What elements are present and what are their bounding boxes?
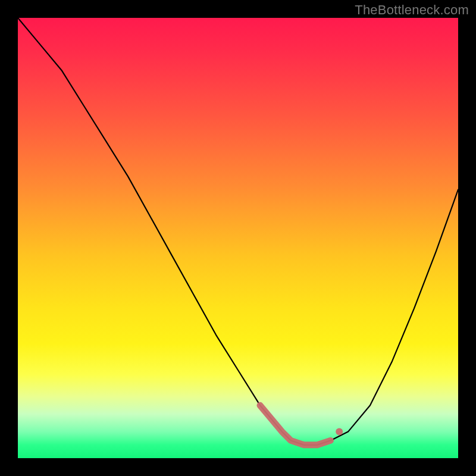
chart-svg (18, 18, 458, 458)
chart-container: TheBottleneck.com (0, 0, 476, 476)
bottleneck-curve (18, 18, 458, 445)
plot-area (18, 18, 458, 458)
optimal-dot-marker (336, 428, 343, 436)
attribution-text: TheBottleneck.com (355, 2, 469, 18)
optimal-range-marker (260, 405, 330, 445)
